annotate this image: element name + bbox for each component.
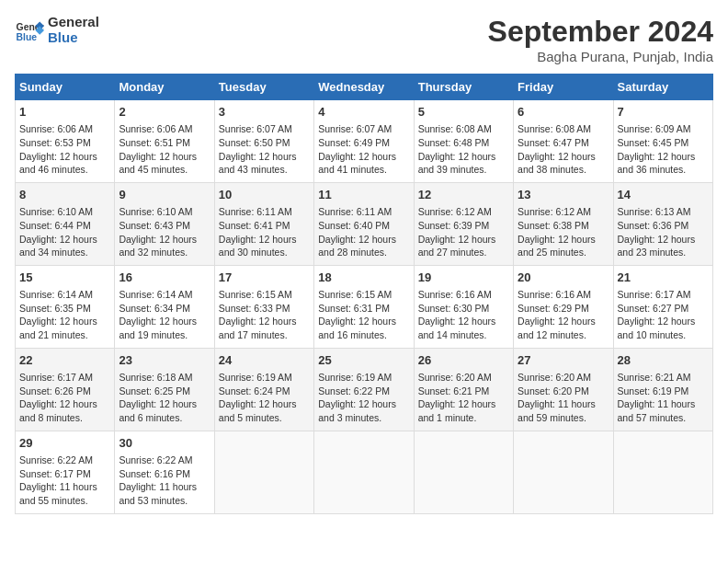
cell-info: Sunrise: 6:13 AMSunset: 6:36 PMDaylight:… xyxy=(618,205,709,259)
day-number: 13 xyxy=(518,187,609,203)
calendar-cell: 16Sunrise: 6:14 AMSunset: 6:34 PMDayligh… xyxy=(115,265,214,348)
day-number: 28 xyxy=(618,352,709,369)
cell-info: Sunrise: 6:22 AMSunset: 6:16 PMDaylight:… xyxy=(119,454,210,508)
calendar-cell xyxy=(414,431,513,513)
month-title: September 2024 xyxy=(488,15,713,49)
header-day: Thursday xyxy=(414,75,513,100)
calendar-cell: 7Sunrise: 6:09 AMSunset: 6:45 PMDaylight… xyxy=(613,100,712,183)
cell-info: Sunrise: 6:10 AMSunset: 6:44 PMDaylight:… xyxy=(19,205,110,259)
page-header: General Blue General Blue September 2024… xyxy=(15,15,713,64)
day-number: 20 xyxy=(518,270,609,286)
calendar-cell: 22Sunrise: 6:17 AMSunset: 6:26 PMDayligh… xyxy=(16,348,115,431)
calendar-cell: 10Sunrise: 6:11 AMSunset: 6:41 PMDayligh… xyxy=(214,182,313,265)
cell-info: Sunrise: 6:19 AMSunset: 6:24 PMDaylight:… xyxy=(219,371,310,425)
logo-line2: Blue xyxy=(48,30,99,46)
cell-info: Sunrise: 6:16 AMSunset: 6:29 PMDaylight:… xyxy=(518,288,609,342)
header-day: Wednesday xyxy=(314,75,414,100)
day-number: 3 xyxy=(219,104,310,121)
logo: General Blue General Blue xyxy=(15,15,99,45)
calendar-cell xyxy=(214,431,313,513)
day-number: 2 xyxy=(119,104,210,121)
calendar-cell: 8Sunrise: 6:10 AMSunset: 6:44 PMDaylight… xyxy=(16,182,115,265)
calendar-cell: 30Sunrise: 6:22 AMSunset: 6:16 PMDayligh… xyxy=(115,431,214,513)
cell-info: Sunrise: 6:08 AMSunset: 6:48 PMDaylight:… xyxy=(418,122,509,177)
day-number: 25 xyxy=(318,352,409,369)
day-number: 26 xyxy=(418,352,509,369)
day-number: 5 xyxy=(418,104,509,121)
header-day: Tuesday xyxy=(214,75,313,100)
day-number: 15 xyxy=(19,270,110,286)
calendar-week-row: 1Sunrise: 6:06 AMSunset: 6:53 PMDaylight… xyxy=(16,100,713,183)
calendar-cell: 23Sunrise: 6:18 AMSunset: 6:25 PMDayligh… xyxy=(115,348,214,431)
day-number: 7 xyxy=(618,104,709,121)
day-number: 23 xyxy=(119,352,210,369)
day-number: 30 xyxy=(119,435,210,452)
day-number: 24 xyxy=(219,352,310,369)
cell-info: Sunrise: 6:18 AMSunset: 6:25 PMDaylight:… xyxy=(119,371,210,425)
cell-info: Sunrise: 6:17 AMSunset: 6:26 PMDaylight:… xyxy=(19,371,110,425)
cell-info: Sunrise: 6:12 AMSunset: 6:39 PMDaylight:… xyxy=(418,205,509,259)
calendar-cell: 2Sunrise: 6:06 AMSunset: 6:51 PMDaylight… xyxy=(115,100,214,183)
cell-info: Sunrise: 6:09 AMSunset: 6:45 PMDaylight:… xyxy=(618,122,709,177)
calendar-cell: 12Sunrise: 6:12 AMSunset: 6:39 PMDayligh… xyxy=(414,182,513,265)
cell-info: Sunrise: 6:15 AMSunset: 6:33 PMDaylight:… xyxy=(219,288,310,342)
calendar-cell: 19Sunrise: 6:16 AMSunset: 6:30 PMDayligh… xyxy=(414,265,513,348)
calendar-cell: 18Sunrise: 6:15 AMSunset: 6:31 PMDayligh… xyxy=(314,265,414,348)
title-block: September 2024 Bagha Purana, Punjab, Ind… xyxy=(488,15,713,64)
calendar-cell: 20Sunrise: 6:16 AMSunset: 6:29 PMDayligh… xyxy=(514,265,613,348)
calendar-cell xyxy=(514,431,613,513)
day-number: 4 xyxy=(318,104,409,121)
calendar-cell: 15Sunrise: 6:14 AMSunset: 6:35 PMDayligh… xyxy=(16,265,115,348)
day-number: 14 xyxy=(618,187,709,203)
calendar-cell: 24Sunrise: 6:19 AMSunset: 6:24 PMDayligh… xyxy=(214,348,313,431)
calendar-cell: 4Sunrise: 6:07 AMSunset: 6:49 PMDaylight… xyxy=(314,100,414,183)
calendar-cell: 9Sunrise: 6:10 AMSunset: 6:43 PMDaylight… xyxy=(115,182,214,265)
calendar-cell: 29Sunrise: 6:22 AMSunset: 6:17 PMDayligh… xyxy=(16,431,115,513)
day-number: 21 xyxy=(618,270,709,286)
day-number: 16 xyxy=(119,270,210,286)
header-day: Saturday xyxy=(613,75,712,100)
day-number: 17 xyxy=(219,270,310,286)
calendar-cell: 21Sunrise: 6:17 AMSunset: 6:27 PMDayligh… xyxy=(613,265,712,348)
calendar-cell: 11Sunrise: 6:11 AMSunset: 6:40 PMDayligh… xyxy=(314,182,414,265)
day-number: 27 xyxy=(518,352,609,369)
header-day: Sunday xyxy=(16,75,115,100)
cell-info: Sunrise: 6:07 AMSunset: 6:50 PMDaylight:… xyxy=(219,122,310,177)
location: Bagha Purana, Punjab, India xyxy=(488,49,713,64)
day-number: 29 xyxy=(19,435,110,452)
calendar-cell: 28Sunrise: 6:21 AMSunset: 6:19 PMDayligh… xyxy=(613,348,712,431)
calendar-week-row: 22Sunrise: 6:17 AMSunset: 6:26 PMDayligh… xyxy=(16,348,713,431)
cell-info: Sunrise: 6:15 AMSunset: 6:31 PMDaylight:… xyxy=(318,288,409,342)
day-number: 19 xyxy=(418,270,509,286)
cell-info: Sunrise: 6:11 AMSunset: 6:40 PMDaylight:… xyxy=(318,205,409,259)
cell-info: Sunrise: 6:08 AMSunset: 6:47 PMDaylight:… xyxy=(518,122,609,177)
day-number: 22 xyxy=(19,352,110,369)
calendar-cell: 5Sunrise: 6:08 AMSunset: 6:48 PMDaylight… xyxy=(414,100,513,183)
calendar-cell: 26Sunrise: 6:20 AMSunset: 6:21 PMDayligh… xyxy=(414,348,513,431)
cell-info: Sunrise: 6:06 AMSunset: 6:51 PMDaylight:… xyxy=(119,122,210,177)
cell-info: Sunrise: 6:22 AMSunset: 6:17 PMDaylight:… xyxy=(19,454,110,508)
svg-text:Blue: Blue xyxy=(17,32,38,42)
day-number: 18 xyxy=(318,270,409,286)
cell-info: Sunrise: 6:19 AMSunset: 6:22 PMDaylight:… xyxy=(318,371,409,425)
cell-info: Sunrise: 6:20 AMSunset: 6:20 PMDaylight:… xyxy=(518,371,609,425)
cell-info: Sunrise: 6:16 AMSunset: 6:30 PMDaylight:… xyxy=(418,288,509,342)
calendar-table: SundayMondayTuesdayWednesdayThursdayFrid… xyxy=(15,74,713,514)
calendar-cell: 17Sunrise: 6:15 AMSunset: 6:33 PMDayligh… xyxy=(214,265,313,348)
calendar-cell: 14Sunrise: 6:13 AMSunset: 6:36 PMDayligh… xyxy=(613,182,712,265)
cell-info: Sunrise: 6:14 AMSunset: 6:35 PMDaylight:… xyxy=(19,288,110,342)
calendar-cell: 25Sunrise: 6:19 AMSunset: 6:22 PMDayligh… xyxy=(314,348,414,431)
header-day: Monday xyxy=(115,75,214,100)
logo-icon: General Blue xyxy=(15,16,44,45)
cell-info: Sunrise: 6:12 AMSunset: 6:38 PMDaylight:… xyxy=(518,205,609,259)
day-number: 6 xyxy=(518,104,609,121)
day-number: 1 xyxy=(19,104,110,121)
calendar-week-row: 29Sunrise: 6:22 AMSunset: 6:17 PMDayligh… xyxy=(16,431,713,513)
calendar-cell: 3Sunrise: 6:07 AMSunset: 6:50 PMDaylight… xyxy=(214,100,313,183)
calendar-cell xyxy=(314,431,414,513)
day-number: 11 xyxy=(318,187,409,203)
header-row: SundayMondayTuesdayWednesdayThursdayFrid… xyxy=(16,75,713,100)
cell-info: Sunrise: 6:20 AMSunset: 6:21 PMDaylight:… xyxy=(418,371,509,425)
day-number: 12 xyxy=(418,187,509,203)
cell-info: Sunrise: 6:11 AMSunset: 6:41 PMDaylight:… xyxy=(219,205,310,259)
